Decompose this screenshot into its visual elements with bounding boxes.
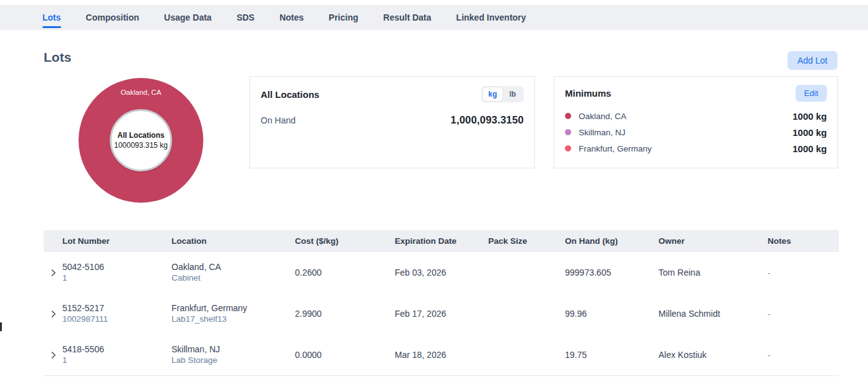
expand-row-chevron-icon[interactable]: [48, 350, 59, 360]
screen-edge-artifact: [0, 322, 2, 331]
notes: -: [768, 268, 839, 278]
expand-row-chevron-icon[interactable]: [48, 309, 59, 319]
legend-dot-frankfurt: [565, 145, 571, 152]
location: Oakland, CA: [171, 262, 295, 273]
minimum-row-oakland: Oakland, CA 1000 kg: [565, 108, 827, 124]
add-lot-button[interactable]: Add Lot: [788, 51, 837, 70]
location: Frankfurt, Germany: [171, 303, 295, 314]
tab-lots[interactable]: Lots: [42, 5, 61, 30]
owner: Millena Schmidt: [658, 309, 768, 319]
lot-number-link[interactable]: 1: [62, 355, 171, 365]
tab-sds[interactable]: SDS: [236, 5, 254, 30]
tab-notes[interactable]: Notes: [279, 5, 304, 30]
lot-number-link[interactable]: 1002987111: [62, 314, 171, 324]
expiration-date: Feb 03, 2026: [395, 268, 488, 278]
tab-pricing[interactable]: Pricing: [329, 5, 358, 30]
legend-dot-skillman: [565, 129, 571, 135]
tab-result-data[interactable]: Result Data: [383, 5, 432, 30]
minimum-location-label: Oakland, CA: [579, 112, 793, 121]
minimum-location-label: Frankfurt, Germany: [579, 144, 793, 153]
location-link[interactable]: Lab Storage: [171, 355, 295, 365]
table-row: 5418-5506 1 Skillman, NJ Lab Storage 0.0…: [44, 334, 839, 375]
minimum-value: 1000 kg: [793, 127, 827, 138]
minimums-card: Minimums Edit Oakland, CA 1000 kg Skillm…: [554, 76, 838, 168]
unit-toggle-lb[interactable]: lb: [503, 87, 523, 101]
tab-composition[interactable]: Composition: [86, 5, 140, 30]
location: Skillman, NJ: [171, 344, 295, 355]
column-header-lot-number: Lot Number: [62, 236, 171, 246]
column-header-notes: Notes: [768, 236, 839, 246]
on-hand-label: On Hand: [261, 115, 296, 125]
owner: Tom Reina: [658, 268, 768, 278]
minimum-value: 1000 kg: [793, 111, 827, 122]
minimum-location-label: Skillman, NJ: [579, 128, 793, 137]
column-header-expiration-date: Expiration Date: [395, 236, 488, 246]
on-hand: 999973.605: [565, 268, 658, 278]
donut-center-value: 1000093.315 kg: [114, 141, 168, 150]
notes: -: [768, 309, 839, 319]
on-hand: 99.96: [565, 309, 658, 319]
unit-toggle-kg[interactable]: kg: [483, 87, 503, 101]
on-hand: 19.75: [565, 350, 658, 360]
lot-number: 5152-5217: [62, 303, 171, 314]
all-locations-card: All Locations kg lb On Hand 1,000,093.31…: [249, 76, 535, 168]
minimums-title: Minimums: [565, 88, 611, 99]
all-locations-title: All Locations: [261, 89, 319, 100]
on-hand-row: On Hand 1,000,093.3150: [261, 114, 524, 126]
donut-center-title: All Locations: [117, 131, 164, 140]
tab-bar: Lots Composition Usage Data SDS Notes Pr…: [0, 5, 868, 30]
column-header-owner: Owner: [658, 236, 768, 246]
cost: 2.9900: [295, 309, 395, 319]
column-header-location: Location: [171, 236, 295, 246]
on-hand-donut-chart: Oakland, CA All Locations 1000093.315 kg: [79, 78, 203, 203]
lots-table: Lot Number Location Cost ($/kg) Expirati…: [44, 230, 839, 376]
tab-linked-inventory[interactable]: Linked Inventory: [456, 5, 526, 30]
page-title: Lots: [44, 50, 71, 65]
table-row: 5042-5106 1 Oakland, CA Cabinet 0.2600 F…: [44, 252, 839, 293]
donut-center: All Locations 1000093.315 kg: [110, 109, 172, 171]
column-header-cost: Cost ($/kg): [295, 236, 395, 246]
unit-toggle: kg lb: [481, 86, 524, 102]
lot-number: 5042-5106: [62, 262, 171, 273]
tab-usage-data[interactable]: Usage Data: [164, 5, 211, 30]
lots-table-header: Lot Number Location Cost ($/kg) Expirati…: [44, 230, 839, 252]
minimum-row-frankfurt: Frankfurt, Germany 1000 kg: [565, 140, 827, 157]
edit-minimums-button[interactable]: Edit: [796, 85, 827, 102]
notes: -: [768, 350, 839, 360]
location-link[interactable]: Cabinet: [171, 273, 295, 283]
expiration-date: Feb 17, 2026: [395, 309, 488, 319]
column-header-pack-size: Pack Size: [488, 236, 565, 246]
lot-number: 5418-5506: [62, 344, 171, 355]
column-header-on-hand: On Hand (kg): [565, 236, 658, 246]
legend-dot-oakland: [565, 113, 571, 119]
lot-number-link[interactable]: 1: [62, 273, 171, 283]
expiration-date: Mar 18, 2026: [395, 350, 488, 360]
expand-row-chevron-icon[interactable]: [48, 268, 59, 278]
owner: Alex Kostiuk: [658, 350, 768, 360]
cost: 0.2600: [295, 268, 395, 278]
minimum-value: 1000 kg: [793, 143, 827, 154]
table-row: 5152-5217 1002987111 Frankfurt, Germany …: [44, 293, 839, 334]
location-link[interactable]: Lab17_shelf13: [171, 314, 295, 324]
cost: 0.0000: [295, 350, 395, 360]
minimum-row-skillman: Skillman, NJ 1000 kg: [565, 124, 827, 140]
on-hand-value: 1,000,093.3150: [451, 114, 524, 126]
